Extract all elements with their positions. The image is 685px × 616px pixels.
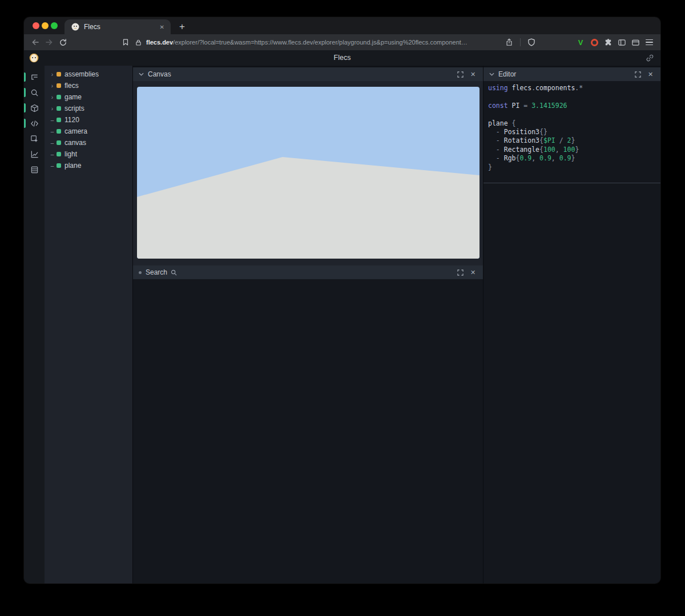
entity-color-square-icon (57, 163, 61, 168)
sidebar-tree-icon-button[interactable] (24, 73, 45, 82)
collapse-chevron-icon[interactable] (489, 73, 494, 76)
toolbar-divider (520, 38, 521, 46)
url-domain: flecs.dev (146, 39, 173, 46)
side-panel-icon[interactable] (615, 35, 628, 49)
3d-canvas-viewport[interactable] (137, 87, 480, 259)
tree-expand-icon: – (50, 140, 55, 146)
drag-dot-icon (139, 271, 142, 274)
tab-favicon-icon (71, 23, 79, 31)
tree-expand-icon: › (50, 71, 55, 78)
tree-item-label: flecs (65, 82, 79, 90)
editor-column: Editor ✕ using flecs.components.* const … (483, 66, 660, 583)
entity-color-square-icon (57, 72, 61, 77)
tree-item-plane[interactable]: –plane (45, 160, 132, 171)
fullscreen-icon[interactable] (634, 70, 642, 79)
tab-title: Flecs (84, 23, 159, 31)
fullscreen-icon[interactable] (456, 70, 465, 79)
entity-color-square-icon (57, 118, 61, 122)
code-line: - Rotation3{$PI / 2} (488, 136, 660, 145)
bookmark-icon[interactable] (119, 35, 132, 49)
canvas-panel-body (133, 81, 483, 265)
canvas-panel-header: Canvas ✕ (133, 67, 483, 81)
wallet-card-icon[interactable] (628, 35, 642, 49)
address-bar[interactable]: flecs.dev/explorer/?local=true&wasm=http… (135, 35, 499, 49)
tree-expand-icon: › (50, 94, 55, 100)
window-close-button[interactable] (33, 22, 39, 29)
tree-item-label: camera (65, 127, 87, 135)
browser-toolbar: flecs.dev/explorer/?local=true&wasm=http… (24, 34, 660, 50)
code-line: - Rgb{0.9, 0.9, 0.9} (488, 154, 660, 163)
search-panel-header[interactable]: Search ✕ (133, 265, 483, 279)
entity-color-square-icon (57, 83, 61, 88)
sidebar-search-icon-button[interactable] (24, 88, 45, 97)
sidebar-code-icon-button[interactable] (24, 119, 45, 128)
browser-menu-icon[interactable] (642, 35, 656, 49)
close-icon[interactable]: ✕ (469, 70, 477, 79)
browser-tab[interactable]: Flecs ✕ (65, 19, 171, 34)
close-icon[interactable]: ✕ (469, 268, 477, 277)
entity-tree-panel: ›assemblies›flecs›game›scripts–1120–came… (45, 66, 132, 583)
active-indicator (24, 119, 26, 128)
tree-item-game[interactable]: ›game (45, 91, 132, 103)
editor-panel-title: Editor (498, 70, 516, 78)
sidebar-chart-icon-button[interactable] (24, 150, 45, 159)
tree-item-label: scripts (65, 104, 84, 112)
tree-expand-icon: – (50, 151, 55, 158)
search-panel-title: Search (146, 268, 167, 276)
canvas-panel-title: Canvas (148, 70, 171, 78)
code-line: } (488, 163, 660, 172)
extensions-puzzle-icon[interactable] (601, 35, 615, 49)
active-indicator (24, 88, 26, 97)
tree-item-label: canvas (65, 139, 86, 147)
url-text: flecs.dev/explorer/?local=true&wasm=http… (146, 39, 468, 46)
sidebar-cube-icon-button[interactable] (24, 103, 45, 112)
forward-button[interactable] (42, 35, 56, 49)
tree-item-canvas[interactable]: –canvas (45, 137, 132, 148)
flecs-explorer-page: Flecs ›assemblies›flecs›game›scripts–112… (24, 50, 660, 583)
entity-color-square-icon (57, 95, 61, 99)
entity-color-square-icon (57, 140, 61, 145)
code-line (488, 92, 660, 101)
tree-expand-icon: › (50, 106, 55, 112)
tree-item-scripts[interactable]: ›scripts (45, 103, 132, 114)
code-line: using flecs.components.* (488, 84, 660, 92)
editor-lower-area (483, 183, 660, 583)
tab-bar: Flecs ✕ + (24, 17, 660, 34)
code-editor[interactable]: using flecs.components.* const PI = 3.14… (483, 81, 660, 183)
window-controls (33, 22, 58, 29)
tab-close-icon[interactable]: ✕ (159, 23, 166, 31)
new-tab-button[interactable]: + (175, 20, 190, 34)
tree-item-label: assemblies (65, 70, 99, 78)
tree-item-1120[interactable]: –1120 (45, 114, 132, 126)
tree-item-flecs[interactable]: ›flecs (45, 80, 132, 91)
tree-item-label: game (65, 93, 82, 101)
share-icon[interactable] (502, 35, 516, 49)
sidebar-rows-icon-button[interactable] (24, 165, 45, 174)
brave-shield-icon[interactable] (525, 35, 538, 49)
code-line: - Rectangle{100, 100} (488, 146, 660, 154)
active-indicator (24, 73, 26, 82)
code-line (488, 110, 660, 119)
recorder-extension-icon[interactable] (587, 35, 601, 49)
close-icon[interactable]: ✕ (646, 70, 655, 79)
v-extension-icon[interactable]: V (574, 35, 587, 49)
tree-item-camera[interactable]: –camera (45, 126, 132, 137)
search-icon (171, 269, 177, 276)
tree-item-label: plane (65, 162, 81, 170)
back-button[interactable] (29, 35, 42, 49)
tree-expand-icon: – (50, 163, 55, 169)
editor-panel-header: Editor ✕ (483, 67, 660, 81)
code-line: plane { (488, 119, 660, 128)
share-link-icon[interactable] (646, 54, 654, 62)
window-minimize-button[interactable] (42, 22, 49, 29)
reload-button[interactable] (56, 35, 70, 49)
tree-item-light[interactable]: –light (45, 148, 132, 160)
site-lock-icon[interactable] (135, 39, 142, 46)
window-zoom-button[interactable] (51, 22, 58, 29)
page-title: Flecs (24, 50, 660, 66)
sidebar-inspect-icon-button[interactable] (24, 134, 45, 143)
fullscreen-icon[interactable] (456, 268, 465, 277)
tree-item-label: light (65, 150, 77, 158)
collapse-chevron-icon[interactable] (139, 73, 144, 76)
tree-item-assemblies[interactable]: ›assemblies (45, 69, 132, 80)
